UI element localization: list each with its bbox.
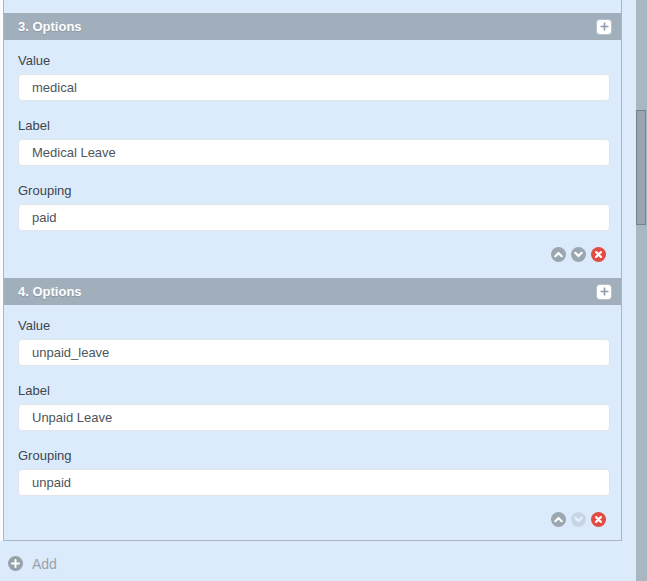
- plus-square-icon: [599, 286, 610, 297]
- options-panel-4-body: Value Label Grouping: [4, 305, 621, 527]
- panel-3-bottom-spacer: [18, 262, 610, 278]
- panel-3-controls: [18, 246, 610, 262]
- grouping-input[interactable]: [18, 204, 610, 231]
- plus-square-icon: [599, 21, 610, 32]
- delete-option-button[interactable]: [591, 247, 606, 262]
- value-input[interactable]: [18, 74, 610, 101]
- move-down-button[interactable]: [571, 247, 586, 262]
- options-panel-4: 4. Options Value Label Grouping: [4, 278, 621, 527]
- x-icon: [591, 512, 606, 527]
- label-input[interactable]: [18, 404, 610, 431]
- value-label: Value: [18, 53, 610, 68]
- panel-add-option-button[interactable]: [597, 20, 611, 34]
- options-panels-container: 3. Options Value Label Grouping: [3, 0, 622, 541]
- move-down-button-disabled: [571, 512, 586, 527]
- chevron-up-icon: [551, 512, 566, 527]
- move-up-button[interactable]: [551, 512, 566, 527]
- add-option-row-button[interactable]: Add: [0, 555, 57, 572]
- panel-title: 4. Options: [18, 284, 597, 299]
- label-label: Label: [18, 383, 610, 398]
- panel-add-option-button[interactable]: [597, 285, 611, 299]
- options-panel-3-body: Value Label Grouping: [4, 40, 621, 278]
- vertical-scrollbar-track[interactable]: [636, 0, 647, 581]
- x-icon: [591, 247, 606, 262]
- previous-section-remainder: [4, 0, 621, 13]
- vertical-scrollbar-thumb[interactable]: [636, 110, 646, 225]
- move-up-button[interactable]: [551, 247, 566, 262]
- value-label: Value: [18, 318, 610, 333]
- chevron-up-icon: [551, 247, 566, 262]
- options-panel-3: 3. Options Value Label Grouping: [4, 13, 621, 278]
- add-plus-icon: [8, 556, 23, 571]
- add-button-label: Add: [32, 556, 57, 572]
- value-input[interactable]: [18, 339, 610, 366]
- grouping-label: Grouping: [18, 448, 610, 463]
- chevron-down-icon: [571, 247, 586, 262]
- panel-4-controls: [18, 511, 610, 527]
- options-panel-4-header: 4. Options: [4, 278, 621, 305]
- options-panel-3-header: 3. Options: [4, 13, 621, 40]
- grouping-input[interactable]: [18, 469, 610, 496]
- panel-title: 3. Options: [18, 19, 597, 34]
- delete-option-button[interactable]: [591, 512, 606, 527]
- label-label: Label: [18, 118, 610, 133]
- chevron-down-icon: [571, 512, 586, 527]
- label-input[interactable]: [18, 139, 610, 166]
- grouping-label: Grouping: [18, 183, 610, 198]
